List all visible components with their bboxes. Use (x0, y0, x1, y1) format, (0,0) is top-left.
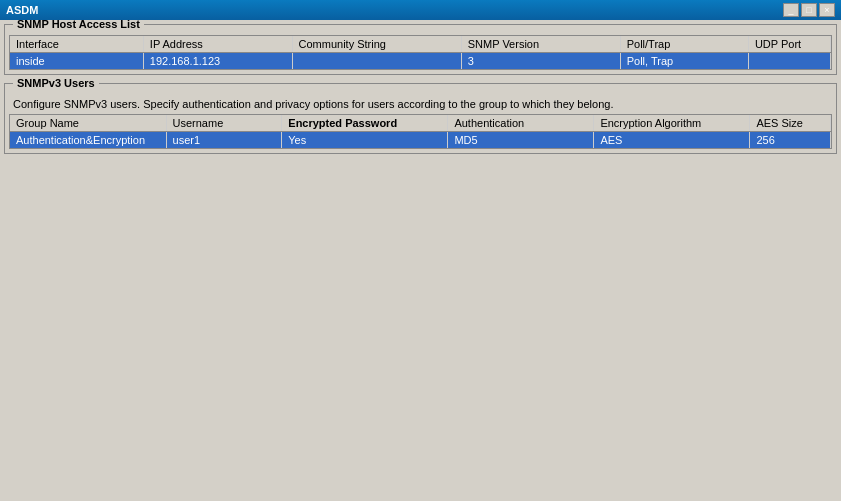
col-udp-port: UDP Port (748, 36, 830, 53)
cell-snmp-version: 3 (461, 53, 620, 70)
col-community-string: Community String (292, 36, 461, 53)
col-authentication: Authentication (448, 115, 594, 132)
col-encrypted-password: Encrypted Password (282, 115, 448, 132)
cell-group-name: Authentication&Encryption (10, 132, 166, 149)
maximize-button[interactable]: □ (801, 3, 817, 17)
snmp-host-table: Interface IP Address Community String SN… (10, 36, 831, 69)
cell-ip-address: 192.168.1.123 (143, 53, 292, 70)
col-username: Username (166, 115, 282, 132)
cell-authentication: MD5 (448, 132, 594, 149)
cell-udp-port (748, 53, 830, 70)
title-bar-buttons: _ □ × (783, 3, 835, 17)
close-button[interactable]: × (819, 3, 835, 17)
cell-poll-trap: Poll, Trap (620, 53, 748, 70)
cell-aes-size: 256 (750, 132, 831, 149)
snmp-host-section-label: SNMP Host Access List (13, 20, 144, 30)
cell-encryption-algorithm: AES (594, 132, 750, 149)
col-ip-address: IP Address (143, 36, 292, 53)
title-bar-text: ASDM (6, 4, 38, 16)
col-group-name: Group Name (10, 115, 166, 132)
cell-username: user1 (166, 132, 282, 149)
col-aes-size: AES Size (750, 115, 831, 132)
main-content: SNMP Host Access List Interface IP Addre… (0, 20, 841, 501)
snmpv3-table: Group Name Username Encrypted Password A… (10, 115, 831, 148)
col-encryption-algorithm: Encryption Algorithm (594, 115, 750, 132)
cell-encrypted-password: Yes (282, 132, 448, 149)
snmpv3-section: SNMPv3 Users Configure SNMPv3 users. Spe… (4, 83, 837, 154)
col-poll-trap: Poll/Trap (620, 36, 748, 53)
table-row[interactable]: Authentication&Encryption user1 Yes MD5 … (10, 132, 831, 149)
snmpv3-section-label: SNMPv3 Users (13, 77, 99, 89)
cell-interface: inside (10, 53, 143, 70)
cell-community-string (292, 53, 461, 70)
snmpv3-description: Configure SNMPv3 users. Specify authenti… (5, 94, 836, 114)
col-interface: Interface (10, 36, 143, 53)
title-bar: ASDM _ □ × (0, 0, 841, 20)
table-row[interactable]: inside 192.168.1.123 3 Poll, Trap (10, 53, 831, 70)
snmp-host-section: SNMP Host Access List Interface IP Addre… (4, 24, 837, 75)
minimize-button[interactable]: _ (783, 3, 799, 17)
col-snmp-version: SNMP Version (461, 36, 620, 53)
